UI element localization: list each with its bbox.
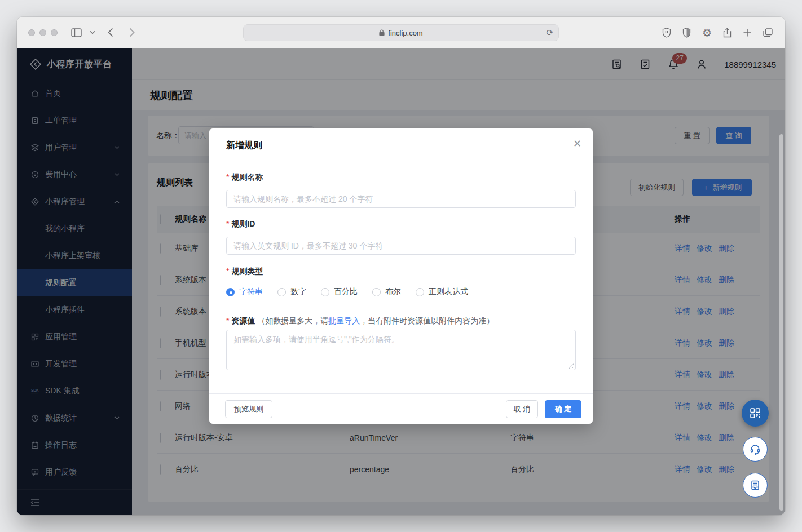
tab-overview-icon[interactable] <box>763 28 773 37</box>
zoom-window-button[interactable] <box>51 29 58 36</box>
document-icon <box>749 479 761 491</box>
docs-fab[interactable] <box>743 473 768 498</box>
add-rule-dialog: 新增规则 ✕ *规则名称 *规则ID *规则类型 字符串 数字 百分比 布尔 正… <box>209 128 593 424</box>
miniapp-grid-fab[interactable] <box>742 400 769 427</box>
confirm-button[interactable]: 确 定 <box>545 400 581 418</box>
browser-window: finclip.com ⟳ ⚙ <box>17 17 785 515</box>
sidebar-toggle-icon[interactable] <box>71 28 82 37</box>
qr-grid-icon <box>749 407 761 419</box>
resource-value-textarea[interactable] <box>226 330 576 370</box>
chevron-down-icon[interactable] <box>90 30 95 34</box>
cancel-button[interactable]: 取 消 <box>506 400 538 418</box>
reload-icon[interactable]: ⟳ <box>546 28 553 38</box>
url-text: finclip.com <box>388 29 422 37</box>
radio-regex[interactable]: 正则表达式 <box>416 287 468 297</box>
radio-selected-icon <box>226 288 235 296</box>
rule-id-label: *规则ID <box>226 219 255 229</box>
radio-string[interactable]: 字符串 <box>226 287 263 297</box>
radio-bool[interactable]: 布尔 <box>372 287 401 297</box>
radio-icon <box>277 288 286 296</box>
close-icon[interactable]: ✕ <box>573 139 581 149</box>
headset-icon <box>749 443 761 455</box>
settings-gear-icon[interactable]: ⚙ <box>702 26 712 39</box>
radio-icon <box>416 288 424 296</box>
rule-name-input[interactable] <box>226 190 576 208</box>
radio-icon <box>372 288 381 296</box>
share-icon[interactable] <box>723 28 732 38</box>
url-bar[interactable]: finclip.com ⟳ <box>243 24 559 41</box>
dialog-title: 新增规则 <box>226 140 262 152</box>
page-scrollbar-thumb[interactable] <box>779 134 783 511</box>
radio-number[interactable]: 数字 <box>277 287 306 297</box>
forward-button[interactable] <box>129 28 135 37</box>
reader-shield-icon[interactable] <box>682 28 691 38</box>
batch-import-link[interactable]: 批量导入 <box>328 316 360 325</box>
resource-value-label: *资源值 （如数据量多大，请批量导入，当有附件时资源值以附件内容为准） <box>226 316 494 326</box>
lock-icon <box>379 29 385 36</box>
new-tab-icon[interactable] <box>743 28 752 37</box>
rule-name-label: *规则名称 <box>226 172 263 183</box>
traffic-lights <box>28 29 58 36</box>
radio-percent[interactable]: 百分比 <box>321 287 358 297</box>
browser-toolbar: finclip.com ⟳ ⚙ <box>17 17 785 48</box>
preview-rule-button[interactable]: 预览规则 <box>225 400 272 418</box>
close-window-button[interactable] <box>28 29 35 36</box>
rule-id-input[interactable] <box>226 237 576 255</box>
rule-type-radio-group: 字符串 数字 百分比 布尔 正则表达式 <box>226 287 468 297</box>
radio-icon <box>321 288 329 296</box>
minimize-window-button[interactable] <box>39 29 46 36</box>
back-button[interactable] <box>108 28 113 37</box>
rule-type-label: *规则类型 <box>226 267 263 277</box>
customer-support-fab[interactable] <box>743 437 768 462</box>
shield-pause-icon[interactable] <box>662 28 671 38</box>
